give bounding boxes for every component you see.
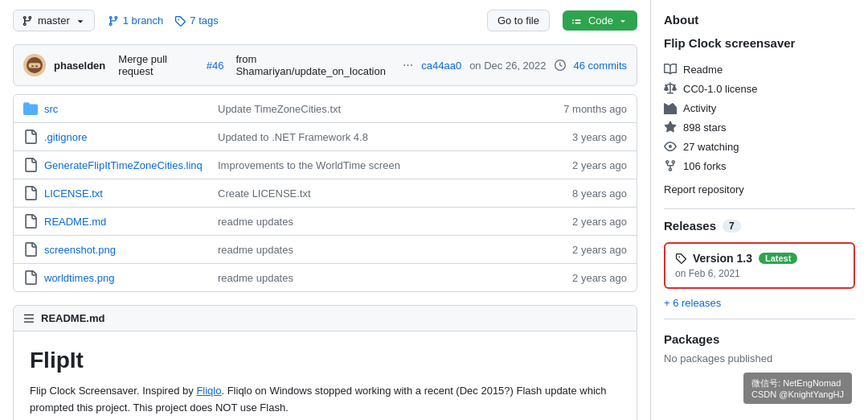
tags-link[interactable]: 7 tags (174, 14, 218, 27)
file-icon (23, 242, 38, 257)
fork-icon (664, 159, 677, 172)
release-card-title: Version 1.3 Latest (675, 252, 844, 265)
repo-title: Flip Clock screensaver (664, 36, 855, 50)
sidebar-activity-label: Activity (683, 102, 716, 114)
commit-message-prefix: Merge pull request (118, 53, 194, 77)
report-label: Report repository (664, 183, 744, 196)
commit-row: phaselden Merge pull request #46 from Sh… (13, 44, 637, 86)
releases-title: Releases (664, 219, 716, 233)
file-commit-msg: Update TimeZoneCities.txt (205, 103, 563, 115)
file-time: 3 years ago (572, 131, 627, 143)
star-icon (664, 121, 677, 134)
branches-count: 1 branch (123, 14, 164, 27)
sidebar-item-forks[interactable]: 106 forks (664, 156, 855, 175)
code-button[interactable]: Code (563, 10, 637, 31)
branches-link[interactable]: 1 branch (108, 14, 164, 27)
file-time: 7 months ago (563, 103, 627, 115)
releases-badge: 7 (723, 220, 741, 233)
sidebar-license-label: CC0-1.0 license (683, 83, 758, 95)
avatar (23, 54, 46, 76)
table-row: src Update TimeZoneCities.txt 7 months a… (14, 95, 637, 123)
commit-meta: ca44aa0 on Dec 26, 2022 46 commits (421, 60, 627, 72)
release-version: Version 1.3 (693, 252, 752, 265)
file-icon (23, 270, 38, 285)
commit-hash[interactable]: ca44aa0 (421, 60, 461, 72)
file-name-link[interactable]: .gitignore (44, 131, 205, 143)
toolbar: master 1 branch 7 tags Go to file Code (13, 10, 637, 31)
file-commit-msg: Improvements to the WorldTime screen (205, 159, 572, 171)
sidebar-item-activity[interactable]: Activity (664, 98, 855, 117)
book-icon (664, 63, 677, 76)
more-releases-link[interactable]: + 6 releases (664, 297, 855, 309)
file-icon (23, 214, 38, 229)
readme-header: README.md (13, 305, 637, 331)
tag-release-icon (675, 253, 686, 264)
sidebar-forks-label: 106 forks (683, 160, 726, 172)
readme-section: README.md FlipIt Flip Clock Screensaver.… (13, 305, 637, 420)
file-time: 2 years ago (572, 216, 627, 228)
goto-file-button[interactable]: Go to file (487, 10, 550, 31)
list-icon (23, 313, 35, 324)
code-label: Code (588, 14, 613, 27)
file-commit-msg: Create LICENSE.txt (205, 187, 572, 200)
commit-pr-link[interactable]: #46 (207, 60, 224, 72)
file-icon (23, 186, 38, 200)
file-time: 2 years ago (572, 244, 627, 256)
readme-text: Flip Clock Screensaver. Inspired by Fliq… (30, 383, 620, 417)
code-chevron-icon (618, 16, 628, 26)
release-date: on Feb 6, 2021 (675, 268, 844, 279)
sidebar: About Flip Clock screensaver Readme CC0-… (651, 0, 868, 420)
sidebar-watching-label: 27 watching (683, 141, 739, 153)
branch-count-icon (108, 15, 119, 27)
file-name-link[interactable]: worldtimes.png (44, 272, 205, 284)
code-icon (572, 15, 583, 27)
eye-icon (664, 140, 677, 153)
table-row: LICENSE.txt Create LICENSE.txt 8 years a… (14, 179, 637, 208)
table-row: README.md readme updates 2 years ago (14, 208, 637, 236)
file-name-link[interactable]: LICENSE.txt (44, 187, 205, 200)
sidebar-divider2 (664, 319, 855, 319)
file-table: src Update TimeZoneCities.txt 7 months a… (13, 94, 637, 292)
file-time: 2 years ago (572, 272, 627, 284)
table-row: .gitignore Updated to .NET Framework 4.8… (14, 123, 637, 151)
releases-header: Releases 7 (664, 219, 855, 233)
packages-empty: No packages published (664, 352, 855, 364)
commit-date: on Dec 26, 2022 (469, 60, 546, 72)
sidebar-links: Readme CC0-1.0 license Activity 898 star… (664, 60, 855, 175)
file-name-link[interactable]: screenshot.png (44, 244, 205, 256)
clock-icon (555, 60, 566, 71)
table-row: worldtimes.png readme updates 2 years ag… (14, 264, 637, 291)
tags-count: 7 tags (190, 14, 218, 27)
file-commit-msg: readme updates (205, 244, 572, 256)
sidebar-item-watching[interactable]: 27 watching (664, 137, 855, 156)
sidebar-stars-label: 898 stars (683, 121, 726, 134)
file-time: 8 years ago (572, 187, 627, 200)
folder-icon (23, 101, 38, 116)
latest-badge: Latest (759, 253, 797, 264)
branch-button[interactable]: master (13, 10, 95, 31)
release-card[interactable]: Version 1.3 Latest on Feb 6, 2021 (664, 242, 855, 289)
branch-info: 1 branch 7 tags (108, 14, 219, 27)
balance-icon (664, 82, 677, 95)
file-name-link[interactable]: GenerateFlipItTimeZoneCities.linq (44, 159, 205, 171)
tag-icon (174, 15, 186, 27)
file-commit-msg: readme updates (205, 272, 572, 284)
report-repository-link[interactable]: Report repository (664, 180, 855, 199)
sidebar-item-stars[interactable]: 898 stars (664, 117, 855, 137)
sidebar-item-readme[interactable]: Readme (664, 60, 855, 79)
file-icon (23, 130, 38, 144)
readme-title: FlipIt (30, 348, 620, 373)
branch-label: master (38, 14, 70, 27)
sidebar-divider (664, 208, 855, 209)
sidebar-item-license[interactable]: CC0-1.0 license (664, 79, 855, 98)
commits-count-link[interactable]: 46 commits (574, 60, 627, 72)
file-name-link[interactable]: src (44, 103, 205, 115)
readme-header-label: README.md (41, 312, 104, 324)
table-row: screenshot.png readme updates 2 years ag… (14, 236, 637, 264)
commit-dots[interactable]: ··· (403, 58, 413, 72)
file-name-link[interactable]: README.md (44, 216, 205, 228)
fliqlo-link[interactable]: Fliqlo (196, 385, 221, 397)
commit-author: phaselden (54, 60, 105, 72)
branch-icon (22, 15, 33, 27)
file-time: 2 years ago (572, 159, 627, 171)
